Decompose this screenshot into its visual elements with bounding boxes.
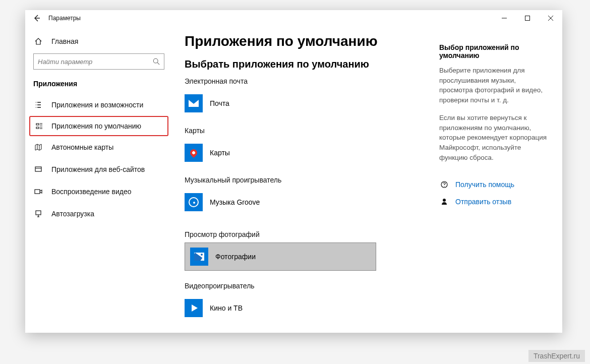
sidebar-section-heading: Приложения — [25, 76, 172, 94]
startup-icon — [33, 209, 43, 219]
sidebar-item-label: Приложения для веб-сайтов — [51, 165, 145, 173]
mail-app-icon — [185, 94, 203, 112]
maximize-icon — [525, 16, 530, 21]
list-icon — [33, 100, 43, 110]
category-maps-label: Карты — [185, 127, 427, 135]
right-pane-text-1: Выберите приложения для прослушивания му… — [439, 66, 550, 105]
default-app-music[interactable]: Музыка Groove — [185, 188, 427, 216]
home-icon — [33, 36, 43, 46]
category-email-label: Электронная почта — [185, 77, 427, 85]
maps-app-icon — [185, 144, 203, 162]
svg-rect-1 — [525, 16, 530, 21]
minimize-icon — [502, 16, 507, 21]
map-icon — [33, 142, 43, 152]
sidebar-item-label: Воспроизведение видео — [51, 188, 131, 196]
sidebar-item-offline-maps[interactable]: Автономные карты — [25, 136, 172, 158]
default-apps-icon — [34, 121, 44, 131]
svg-rect-6 — [35, 167, 41, 171]
photos-app-icon — [190, 248, 208, 266]
sidebar-home[interactable]: Главная — [25, 31, 172, 51]
help-link-label: Получить помощь — [455, 180, 514, 189]
right-pane-title: Выбор приложений по умолчанию — [439, 43, 550, 59]
sidebar-item-label: Автозагрузка — [51, 210, 94, 218]
sidebar-item-label: Приложения и возможности — [51, 101, 143, 109]
category-music-label: Музыкальный проигрыватель — [185, 176, 427, 184]
search-input[interactable] — [33, 53, 164, 70]
right-pane-text-2: Если вы хотите вернуться к приложениям п… — [439, 113, 550, 162]
app-name: Кино и ТВ — [210, 304, 243, 312]
groove-app-icon — [185, 193, 203, 211]
close-icon — [548, 16, 553, 21]
sidebar-item-label: Автономные карты — [51, 143, 113, 151]
main-content: Приложения по умолчанию Выбрать приложен… — [172, 26, 439, 333]
default-app-photos[interactable]: Фотографии — [185, 242, 376, 271]
sidebar-item-apps-features[interactable]: Приложения и возможности — [25, 94, 172, 116]
default-app-video[interactable]: Кино и ТВ — [185, 294, 427, 322]
sidebar-item-video-playback[interactable]: Воспроизведение видео — [25, 180, 172, 203]
movies-tv-app-icon — [185, 299, 203, 317]
svg-point-4 — [153, 58, 158, 63]
search-icon — [153, 58, 160, 65]
svg-rect-8 — [35, 190, 40, 194]
watermark: TrashExpert.ru — [528, 350, 585, 362]
app-name: Карты — [210, 149, 230, 157]
svg-point-13 — [444, 186, 444, 187]
search-field[interactable] — [38, 58, 153, 66]
sidebar-item-apps-websites[interactable]: Приложения для веб-сайтов — [25, 158, 172, 180]
maximize-button[interactable] — [516, 10, 539, 26]
svg-rect-9 — [36, 211, 41, 215]
sidebar-item-default-apps[interactable]: Приложения по умолчанию — [29, 116, 168, 136]
category-photos-label: Просмотр фотографий — [185, 230, 427, 238]
default-app-maps[interactable]: Карты — [185, 139, 427, 167]
minimize-button[interactable] — [493, 10, 516, 26]
right-pane: Выбор приложений по умолчанию Выберите п… — [439, 26, 562, 333]
svg-line-5 — [157, 63, 159, 65]
feedback-link-label: Отправить отзыв — [455, 198, 511, 206]
page-title: Приложения по умолчанию — [185, 33, 427, 49]
app-name: Музыка Groove — [210, 198, 260, 206]
sidebar-item-label: Приложения по умолчанию — [51, 122, 141, 130]
feedback-link[interactable]: Отправить отзыв — [439, 197, 550, 207]
video-icon — [33, 187, 43, 197]
help-icon — [439, 179, 449, 190]
settings-window: Параметры Главная — [25, 10, 562, 333]
feedback-icon — [439, 197, 449, 207]
sidebar-home-label: Главная — [51, 37, 78, 45]
svg-point-14 — [443, 199, 446, 202]
close-button[interactable] — [539, 10, 562, 26]
window-title: Параметры — [48, 15, 81, 22]
category-video-label: Видеопроигрыватель — [185, 282, 427, 290]
default-app-email[interactable]: Почта — [185, 89, 427, 117]
section-title: Выбрать приложения по умолчанию — [185, 58, 427, 70]
arrow-left-icon — [33, 14, 41, 22]
sidebar: Главная Приложения Приложения и возможно… — [25, 26, 172, 333]
sidebar-item-startup[interactable]: Автозагрузка — [25, 203, 172, 225]
website-icon — [33, 164, 43, 174]
titlebar: Параметры — [25, 10, 562, 26]
app-name: Почта — [210, 99, 229, 107]
back-button[interactable] — [25, 10, 48, 26]
help-link[interactable]: Получить помощь — [439, 179, 550, 190]
app-name: Фотографии — [215, 253, 256, 261]
